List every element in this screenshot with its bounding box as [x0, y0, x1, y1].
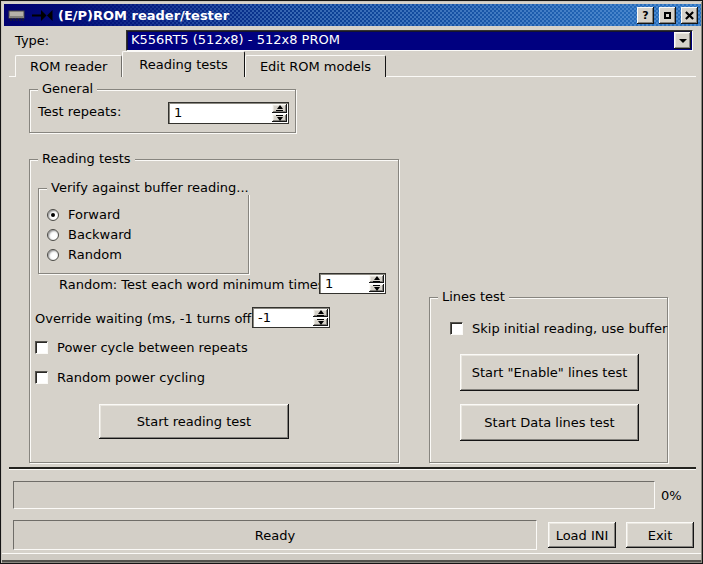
- spin-buttons: [368, 274, 385, 293]
- rom-type-selected-value: K556RT5 (512x8) - 512x8 PROM: [127, 31, 673, 50]
- power-cycle-checkbox-row[interactable]: Power cycle between repeats: [35, 340, 248, 355]
- radio-forward-label: Forward: [68, 207, 120, 222]
- window-frame-bottom: [2, 553, 701, 562]
- override-waiting-spinedit[interactable]: -1: [252, 307, 330, 328]
- close-icon: [685, 11, 694, 20]
- reading-tests-group-title: Reading tests: [38, 151, 135, 166]
- help-button[interactable]: ?: [637, 7, 654, 24]
- spin-down-button[interactable]: [272, 114, 287, 123]
- combobox-dropdown-button[interactable]: [674, 32, 691, 49]
- radio-icon[interactable]: [47, 229, 59, 241]
- spin-buttons: [271, 103, 288, 123]
- spin-down-button[interactable]: [313, 318, 328, 326]
- radio-backward[interactable]: Backward: [47, 227, 132, 242]
- arrow-down-icon: [374, 287, 380, 291]
- checkbox-unchecked[interactable]: [35, 341, 48, 354]
- radio-backward-label: Backward: [68, 227, 132, 242]
- test-repeats-label: Test repeats:: [38, 104, 121, 119]
- random-min-value: 1: [320, 274, 368, 293]
- test-repeats-spinedit[interactable]: 1: [168, 102, 289, 124]
- override-waiting-label: Override waiting (ms, -1 turns off):: [35, 311, 261, 326]
- arrow-down-icon: [277, 117, 283, 121]
- random-power-checkbox-label: Random power cycling: [57, 370, 205, 385]
- spin-buttons: [312, 308, 329, 327]
- status-text: Ready: [255, 528, 295, 543]
- arrow-down-icon: [318, 321, 324, 325]
- exit-button[interactable]: Exit: [626, 522, 694, 548]
- window-pin-icon: [32, 10, 53, 21]
- lines-test-groupbox: Lines test Skip initial reading, use buf…: [429, 297, 668, 463]
- arrow-up-icon: [374, 276, 380, 280]
- skip-initial-checkbox-label: Skip initial reading, use buffer: [472, 321, 667, 336]
- override-waiting-value: -1: [253, 308, 312, 327]
- progress-bar: [13, 481, 655, 509]
- arrow-up-icon: [277, 105, 283, 109]
- spin-bar-icon: [276, 115, 283, 116]
- verify-group-title: Verify against buffer reading...: [47, 180, 253, 195]
- app-chip-icon: [7, 9, 27, 22]
- general-groupbox: General Test repeats: 1: [29, 89, 296, 133]
- titlebar[interactable]: (E/P)ROM reader/tester ?: [4, 4, 701, 26]
- tab-reading-tests[interactable]: Reading tests: [122, 51, 245, 77]
- checkbox-unchecked[interactable]: [35, 371, 48, 384]
- power-cycle-checkbox-label: Power cycle between repeats: [57, 340, 248, 355]
- spin-bar-icon: [276, 110, 283, 111]
- start-reading-test-button[interactable]: Start reading test: [99, 404, 289, 439]
- spin-bar-icon: [373, 281, 380, 282]
- type-label: Type:: [15, 33, 49, 48]
- start-enable-lines-test-button[interactable]: Start "Enable" lines test: [460, 354, 639, 391]
- general-group-title: General: [38, 81, 97, 96]
- chevron-down-icon: [679, 39, 687, 43]
- radio-forward[interactable]: Forward: [47, 207, 120, 222]
- spin-up-button[interactable]: [313, 309, 328, 317]
- close-button[interactable]: [681, 7, 698, 24]
- shade-button[interactable]: [659, 7, 676, 24]
- spin-up-button[interactable]: [369, 275, 384, 283]
- rom-type-combobox[interactable]: K556RT5 (512x8) - 512x8 PROM: [126, 30, 693, 51]
- random-min-spinedit[interactable]: 1: [319, 273, 386, 294]
- radio-random-label: Random: [68, 247, 122, 262]
- spin-up-button[interactable]: [272, 104, 287, 113]
- skip-initial-checkbox-row[interactable]: Skip initial reading, use buffer: [450, 321, 667, 336]
- tab-edit-rom-models[interactable]: Edit ROM models: [245, 55, 386, 77]
- tab-rom-reader[interactable]: ROM reader: [15, 55, 122, 77]
- arrow-up-icon: [318, 310, 324, 314]
- radio-random[interactable]: Random: [47, 247, 122, 262]
- square-icon: [664, 12, 671, 19]
- start-data-lines-test-button[interactable]: Start Data lines test: [460, 404, 639, 441]
- checkbox-unchecked[interactable]: [450, 322, 463, 335]
- spin-bar-icon: [317, 315, 324, 316]
- lines-test-group-title: Lines test: [438, 289, 509, 304]
- spin-bar-icon: [373, 285, 380, 286]
- random-min-label: Random: Test each word minimum times:: [59, 277, 329, 292]
- status-panel: Ready: [13, 520, 537, 550]
- test-repeats-value: 1: [169, 103, 271, 123]
- spin-down-button[interactable]: [369, 284, 384, 292]
- random-power-checkbox-row[interactable]: Random power cycling: [35, 370, 205, 385]
- load-ini-button[interactable]: Load INI: [548, 522, 616, 548]
- tab-strip: ROM reader Reading tests Edit ROM models: [15, 54, 386, 77]
- progress-percent-label: 0%: [661, 488, 682, 503]
- radio-icon[interactable]: [47, 249, 59, 261]
- reading-tests-groupbox: Reading tests Verify against buffer read…: [29, 159, 399, 463]
- window-title: (E/P)ROM reader/tester: [58, 8, 229, 23]
- spin-bar-icon: [317, 319, 324, 320]
- app-window: (E/P)ROM reader/tester ? Type: K556RT5 (…: [0, 0, 703, 564]
- verify-groupbox: Verify against buffer reading... Forward…: [38, 188, 249, 274]
- radio-selected-icon[interactable]: [47, 209, 59, 221]
